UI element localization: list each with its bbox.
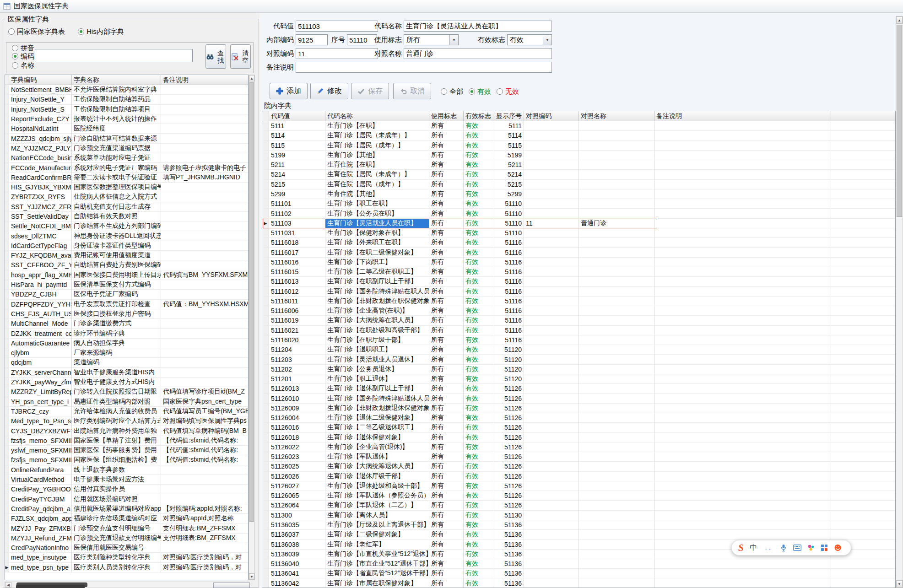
header-map-code[interactable]: 对照编码 xyxy=(524,111,579,121)
dict-table-row[interactable]: ZYJKK_payWay_zfmxb智业电子健康支付方式HIS内 xyxy=(5,378,248,387)
scroll-left-icon[interactable]: ◀ xyxy=(5,582,11,588)
hospital-dict-row[interactable]: 51116020生育门诊【在职厅级干部】所有有效51116 xyxy=(262,335,895,345)
dict-table-row[interactable]: ZYBRTZXX_RYFS住院病人体征信息之入院方式 xyxy=(5,192,248,202)
soft-keyboard-icon[interactable] xyxy=(793,545,801,551)
valid-flag-combo[interactable]: 有效 ▼ xyxy=(507,34,552,45)
hospital-dict-row[interactable]: 511102生育门诊【公务员在职】所有有效51110 xyxy=(262,209,895,218)
dict-table-row[interactable]: VirtualCardMethod电子健康卡场景对应方法 xyxy=(5,475,248,485)
lang-toggle[interactable]: 中 xyxy=(750,543,757,553)
hospital-dict-row[interactable]: 5215生育住院【居民（成年）】所有有效5215 xyxy=(262,180,895,189)
hospital-dict-row[interactable]: 51116019生育门诊【大病统筹在职人员】所有有效51116 xyxy=(262,316,895,325)
dict-table-row[interactable]: YH_psn_cert_type_i易惠证件类型编码内部对照国家医保字典psn_… xyxy=(5,397,248,407)
dict-table-row[interactable]: MZZZJS_qdcjbm_sjly门诊自助结算可结算数据来源 xyxy=(5,134,248,143)
radio-search-name[interactable]: 名称 xyxy=(12,61,34,70)
hospital-dict-row[interactable]: 51116013生育门诊【在职副厅以上干部】所有有效51116 xyxy=(262,277,895,286)
radio-filter-valid[interactable]: 有效 xyxy=(469,86,491,97)
hospital-dict-row[interactable]: 5114生育门诊【居民（未成年）】所有有效5114 xyxy=(262,131,895,140)
radio-his-internal-dict[interactable]: His内部字典 xyxy=(78,27,124,37)
cancel-button[interactable]: 取消 xyxy=(393,83,431,99)
hospital-dict-row[interactable]: 5199生育门诊【其他】所有有效5199 xyxy=(262,151,895,160)
hospital-dict-row[interactable]: 51116006生育门诊【企业高管(在职)】所有有效51116 xyxy=(262,306,895,316)
dict-table-row[interactable]: CredPayNationInfno医保信用就医医交易编号 xyxy=(5,543,248,553)
dict-table-row[interactable]: DZJKK_treatment_co诊疗环节编码字典 xyxy=(5,329,248,338)
hospital-dict-row[interactable]: ▶511103生育门诊【灵活就业人员在职】所有有效5111011普通门诊 xyxy=(262,219,895,228)
skin-icon[interactable] xyxy=(834,544,842,551)
hospital-dict-row[interactable]: 51136035生育门诊【厅级及以上离退休干部】所有有效51136 xyxy=(262,520,895,530)
dict-table-row[interactable]: ZYJKK_serverChanne智业电子健康服务渠道HIS内 xyxy=(5,368,248,378)
hospital-dict-row[interactable]: 51126065生育门诊【军队退休（参照公务员）】所有有效51126 xyxy=(262,491,895,501)
hospital-dict-row[interactable]: 51126027生育门诊【退休处级和高级干部】所有有效51126 xyxy=(262,481,895,491)
save-button[interactable]: 保存 xyxy=(351,83,389,99)
sogou-logo[interactable]: S xyxy=(738,542,744,554)
hospital-dict-row[interactable]: 51126026生育门诊【退休厅级干部】所有有效51126 xyxy=(262,472,895,481)
dict-table-row[interactable]: Med_type_To_Psn_se医疗类别编码对应个人结算方式对照编码填写医保… xyxy=(5,416,248,426)
dict-table-row[interactable]: Injury_NotSettle_Y工伤保险限制自助结算药品 xyxy=(5,95,248,104)
dict-table-row[interactable]: ReadCardConfirmBRX需要二次读卡或电子凭证验证填写PT_JHGN… xyxy=(5,173,248,183)
add-button[interactable]: 添加 xyxy=(270,83,308,99)
dict-table-row[interactable]: OnlineRefundPara线上退款字典参数 xyxy=(5,465,248,475)
code-name-input[interactable] xyxy=(404,21,552,32)
scroll-thumb[interactable] xyxy=(249,82,254,522)
hospital-dict-row[interactable]: 51116018生育门诊【外来职工在职】所有有效51116 xyxy=(262,238,895,248)
dict-table-row[interactable]: NotSettlement_BMBH不允许医保结算院内科室字典 xyxy=(5,85,248,95)
dict-table-row[interactable]: MZYJJ_Refund_ZFMXB门诊预交充值退款支付明细编号支付明细表:BM… xyxy=(5,534,248,543)
hospital-dict-row[interactable]: 51136037生育门诊【二级保健对象】所有有效51136 xyxy=(262,530,895,539)
hospital-dict-row[interactable]: 51116016生育门诊【下岗职工】所有有效51116 xyxy=(262,258,895,267)
hospital-dict-row[interactable]: 51116017生育门诊【在职二级保健对象】所有有效51116 xyxy=(262,248,895,257)
hospital-dict-row[interactable]: 51126009生育门诊【非财政划拨退休保健对象】所有有效51126 xyxy=(262,404,895,413)
dict-table-row[interactable]: HIS_GJYBJK_YBXMBH国家医保数据整理医保项目编号 xyxy=(5,183,248,192)
dict-table-row[interactable]: Settle_NotCFDL_BMB门诊结算不生成处方列部门编码 xyxy=(5,221,248,231)
window-vscrollbar[interactable]: ▲ ▼ xyxy=(896,16,903,588)
dict-table-row[interactable]: MZZRZY_LimitByRepo门诊转入住院按照报告日期限代码值填写诊疗项目… xyxy=(5,387,248,397)
find-button[interactable]: 查找 xyxy=(205,44,226,69)
dict-table-row[interactable]: CreditPay_qdcjbm_a信用就医场景渠道编码对应app【对照编码:a… xyxy=(5,504,248,514)
dict-table-row[interactable]: CreditPay_YGBHOO信用付真实操作员 xyxy=(5,485,248,494)
hospital-dict-row[interactable]: 51116015生育门诊【二等乙级在职职工】所有有效51116 xyxy=(262,267,895,277)
use-flag-combo[interactable]: 所有 ▼ xyxy=(404,34,459,45)
ime-toolbar[interactable]: S 中 ，。 xyxy=(731,540,851,556)
dict-table-row[interactable]: MZ_YJJZMCZ_PJLYXZ门诊预交充值渠道编码票据 xyxy=(5,144,248,153)
internal-code-input[interactable] xyxy=(296,34,328,45)
hospital-dict-row[interactable]: 51116021生育门诊【在职处级和高级干部】所有有效51116 xyxy=(262,326,895,335)
hospital-dict-row[interactable]: 511203生育门诊【灵活就业人员退休】所有有效51120 xyxy=(262,355,895,364)
hospital-dict-row[interactable]: 5214生育住院【居民（未成年）】所有有效5214 xyxy=(262,170,895,179)
header-memo[interactable]: 备注说明 xyxy=(654,111,831,121)
hospital-dict-row[interactable]: 51126022生育门诊【企业高管(退休)】所有有效51126 xyxy=(262,442,895,452)
memo-input[interactable] xyxy=(296,62,552,73)
dict-table-row[interactable]: FJZLSX_qdcjbm_appi福建诊疗先信场渠道编码对应对照编码:appI… xyxy=(5,514,248,523)
dict-table-row[interactable]: HisPara_hi_paymtd医保清单医保支付方式编码 xyxy=(5,280,248,290)
dict-table-row[interactable]: SST_SettleValidDay自助结算有效天数对照 xyxy=(5,212,248,221)
radio-filter-all[interactable]: 全部 xyxy=(441,86,463,97)
hospital-dict-row[interactable]: 51126010生育门诊【国务院特殊津贴退休人员】所有有效51126 xyxy=(262,394,895,403)
dict-table-row[interactable]: ReportExclude_CZY报表统计中不列入统计的操作 xyxy=(5,114,248,124)
title-bar[interactable]: 国家医保属性字典 xyxy=(0,0,903,13)
hospital-dict-row[interactable]: 511204生育门诊【退职职工】所有有效51120 xyxy=(262,345,895,355)
chevron-down-icon[interactable]: ▼ xyxy=(449,35,458,45)
dict-table-row[interactable]: HospitalNdLatInt医院经纬度 xyxy=(5,124,248,134)
dict-table-row[interactable]: ysfwf_memo_SFXMID国家医保【药事服务费】费用【代码值:sfxmi… xyxy=(5,446,248,455)
hospital-dict-row[interactable]: 51126018生育门诊【退休保健对象】所有有效51126 xyxy=(262,433,895,442)
dict-table-row[interactable]: NationECCode_busin系统菜单功能对应电子凭证 xyxy=(5,153,248,163)
hospital-dict-row[interactable]: 51136042生育门诊【市属在职保健对象】所有有效51136 xyxy=(262,578,895,588)
hospital-dict-row[interactable]: 51126064生育门诊【军队退休（二乙）】所有有效51126 xyxy=(262,501,895,510)
scroll-thumb[interactable] xyxy=(897,25,902,217)
dict-table-row[interactable]: DZFPQPFZDY_YYHSXM电子发票取票凭证打印检查代码值：BM_YYHS… xyxy=(5,300,248,309)
emoji-icon[interactable] xyxy=(807,544,815,551)
dict-table-row[interactable]: qdcjbm渠道编码 xyxy=(5,358,248,367)
dict-table-row[interactable]: Injury_NotSettle_S工伤保险限制自助结算项目 xyxy=(5,105,248,114)
dict-table-row[interactable]: CHS_FJS_AUTH_USR_P医保接口授权登录用户密码 xyxy=(5,309,248,319)
clear-button[interactable]: 清空 xyxy=(230,44,251,69)
dict-table-row[interactable]: AutomaticGuarantee病人自动担保字典 xyxy=(5,339,248,348)
voice-input-icon[interactable] xyxy=(780,544,787,552)
header-use-flag[interactable]: 使用标志 xyxy=(429,111,464,121)
search-input[interactable] xyxy=(35,49,193,62)
toolbox-icon[interactable] xyxy=(821,544,828,551)
scroll-up-icon[interactable]: ▲ xyxy=(896,16,903,24)
header-dict-code[interactable]: 字典编码 xyxy=(9,75,72,85)
dict-table-row[interactable]: fzsfjs_memo_SFXMID国家医保【组织细胞活检】费【代码值:sfxm… xyxy=(5,455,248,465)
hospital-dict-row[interactable]: 51126013生育门诊【退休副厅以上干部】所有有效51126 xyxy=(262,384,895,394)
dict-table-row[interactable]: YBDZPZ_CJBH医保电子凭证厂家编码 xyxy=(5,290,248,299)
partial-button[interactable] xyxy=(213,582,250,588)
header-dict-memo[interactable]: 备注说明 xyxy=(161,75,248,85)
header-code-name[interactable]: 代码名称 xyxy=(325,111,429,121)
